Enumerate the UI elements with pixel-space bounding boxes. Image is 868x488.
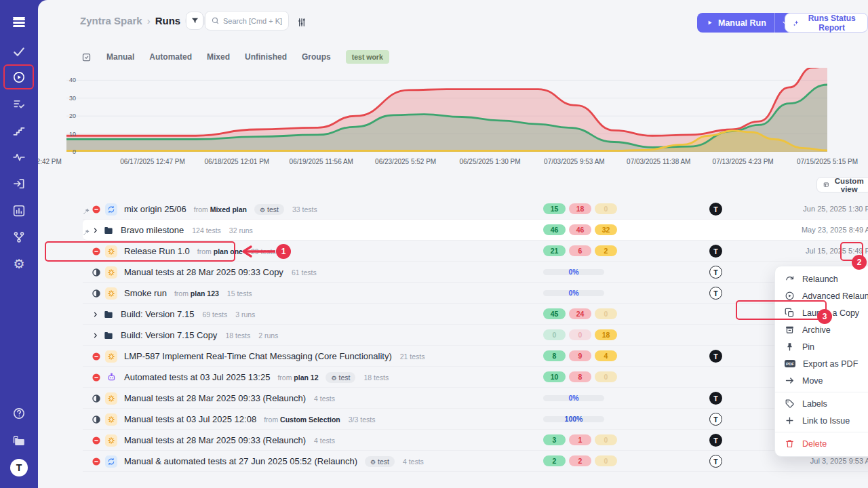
result-counts: 1080	[543, 371, 617, 382]
sidebar-item-analytics[interactable]	[0, 204, 38, 218]
menu-item-export-as-pdf[interactable]: PDFExport as PDF	[775, 355, 868, 372]
copy-icon	[785, 308, 795, 318]
assignee-avatar[interactable]: T	[709, 350, 722, 363]
menu-item-labels[interactable]: Labels	[775, 395, 868, 412]
sidebar-item-runs[interactable]	[0, 70, 38, 84]
run-row[interactable]: Build: Version 7.15 Copy18 tests2 runs00…	[83, 325, 868, 346]
sidebar-item-activity[interactable]	[0, 150, 38, 164]
tab-groups[interactable]: Groups	[302, 52, 331, 62]
count-pill: 8	[543, 350, 566, 361]
manual-run-split-button[interactable]: Manual Run	[697, 13, 795, 33]
tab-mixed[interactable]: Mixed	[207, 52, 230, 62]
run-row[interactable]: Automated tests at 03 Jul 2025 13:25from…	[83, 367, 868, 388]
menu-toggle-icon[interactable]	[0, 15, 38, 20]
assignee-avatar[interactable]: T	[709, 245, 722, 258]
run-date: May 23, 2025 8:49 AM	[802, 226, 868, 234]
run-source: from Custom Selection	[264, 415, 340, 424]
sidebar-item-import[interactable]	[0, 177, 38, 190]
assignee-avatar[interactable]: T	[709, 413, 722, 426]
assignee-avatar[interactable]: T	[709, 434, 722, 447]
assignee-avatar[interactable]: T	[709, 392, 722, 405]
automated-run-icon	[105, 371, 117, 384]
run-tag[interactable]: ⚙ test	[254, 204, 284, 215]
sidebar-item-help[interactable]	[0, 407, 38, 420]
menu-item-delete[interactable]: Delete	[775, 435, 868, 452]
runs-status-report-button[interactable]: Runs Status Report	[785, 13, 868, 33]
run-source: from Mixed plan	[194, 205, 247, 214]
count-pill: 15	[543, 203, 566, 214]
assignee-avatar[interactable]: T	[709, 455, 722, 468]
advanced-icon	[785, 291, 795, 301]
run-row[interactable]: mix origin 25/06from Mixed plan⚙ test33 …	[83, 199, 868, 220]
run-row[interactable]: Manual tests at 28 Mar 2025 09:33 (Relau…	[83, 430, 868, 451]
count-pill: 2	[595, 245, 617, 256]
progress-bar: 0%	[543, 290, 604, 296]
tab-unfinished[interactable]: Unfinished	[245, 52, 287, 62]
robot-icon	[106, 372, 117, 382]
play-circle-icon	[12, 70, 26, 84]
spinner-icon	[107, 268, 115, 277]
progress-bar: 0%	[543, 395, 604, 401]
run-title: Build: Version 7.15	[121, 309, 194, 319]
sidebar-item-branches[interactable]	[0, 230, 38, 244]
breadcrumb-project[interactable]: Zyntra Spark	[80, 15, 142, 26]
run-row[interactable]: Smoke runfrom plan 12315 tests0%T	[83, 283, 868, 304]
sidebar-item-settings[interactable]: ⚙	[0, 258, 38, 270]
filter-button[interactable]	[186, 12, 203, 30]
sidebar-item-plans[interactable]	[0, 124, 38, 138]
count-pill: 8	[569, 371, 591, 382]
menu-item-launch-a-copy[interactable]: Launch a Copy	[775, 304, 868, 321]
sidebar-item-projects[interactable]	[0, 434, 38, 447]
progress-bar: 0%	[543, 269, 604, 275]
menu-item-relaunch[interactable]: Relaunch	[775, 270, 868, 287]
count-pill: 46	[569, 224, 591, 235]
runs-page: ⚙ T Zyntra Spark › Runs 246 Manual Run R…	[0, 0, 868, 488]
menu-item-advanced-relaunch[interactable]: Advanced Relaunch	[775, 287, 868, 304]
assignee-avatar[interactable]: T	[709, 203, 722, 216]
folder-icon	[103, 225, 114, 236]
menu-item-move[interactable]: Move	[775, 372, 868, 389]
run-row[interactable]: Manual tests at 03 Jul 2025 12:08from Cu…	[83, 409, 868, 430]
folders-icon	[12, 434, 26, 447]
custom-view-button[interactable]: Custom view	[816, 177, 868, 192]
count-pill: 9	[569, 350, 591, 361]
run-row[interactable]: LMP-587 Implement Real-Time Chat Messagi…	[83, 346, 868, 367]
workspace-avatar[interactable]: T	[0, 459, 38, 476]
run-row[interactable]: Manual & automated tests at 27 Jun 2025 …	[83, 451, 868, 472]
active-filter-tag[interactable]: test work	[346, 50, 389, 64]
manual-run-button[interactable]: Manual Run	[697, 18, 774, 28]
link-icon	[785, 415, 795, 426]
count-pill: 2	[569, 455, 591, 466]
bar-chart-icon	[12, 204, 26, 218]
expand-chevron-icon	[92, 226, 100, 235]
run-tag[interactable]: ⚙ test	[326, 372, 355, 383]
run-title: Bravo milestone	[121, 225, 184, 235]
menu-item-link-to-issue[interactable]: Link to Issue	[775, 412, 868, 429]
run-row[interactable]: Bravo milestone124 tests32 runs464632May…	[83, 220, 868, 241]
view-settings-button[interactable]	[296, 16, 307, 28]
run-row[interactable]: Manual tests at 28 Mar 2025 09:33 (Relau…	[83, 388, 868, 409]
tab-manual[interactable]: Manual	[106, 52, 134, 62]
spinner-icon	[107, 247, 115, 256]
menu-item-pin[interactable]: Pin	[775, 338, 868, 355]
tests-count: 4 tests	[314, 436, 335, 445]
assignee-avatar[interactable]: T	[709, 266, 722, 279]
saved-views-icon[interactable]	[81, 51, 92, 63]
menu-item-archive[interactable]: Archive	[775, 321, 868, 338]
tab-automated[interactable]: Automated	[149, 52, 192, 62]
run-row[interactable]: Release Run 1.0from plan one29 tests2162…	[83, 241, 868, 262]
run-title: Smoke run	[124, 288, 167, 298]
search-input[interactable]	[223, 17, 283, 25]
assignee-avatar[interactable]: T	[709, 287, 722, 300]
result-counts: 894	[543, 350, 617, 361]
sidebar-item-results[interactable]	[0, 45, 38, 58]
run-row[interactable]: Build: Version 7.1569 tests3 runs45240	[83, 304, 868, 325]
in-progress-status-icon	[92, 415, 101, 424]
runs-count: 3 runs	[235, 310, 255, 319]
sidebar-item-test-cases[interactable]	[0, 98, 38, 111]
search-box[interactable]	[205, 11, 289, 30]
run-tag[interactable]: ⚙ test	[365, 456, 395, 467]
tests-count: 18 tests	[363, 373, 389, 382]
stopped-status-icon	[92, 373, 101, 382]
run-row[interactable]: Manual tests at 28 Mar 2025 09:33 Copy61…	[83, 262, 868, 283]
